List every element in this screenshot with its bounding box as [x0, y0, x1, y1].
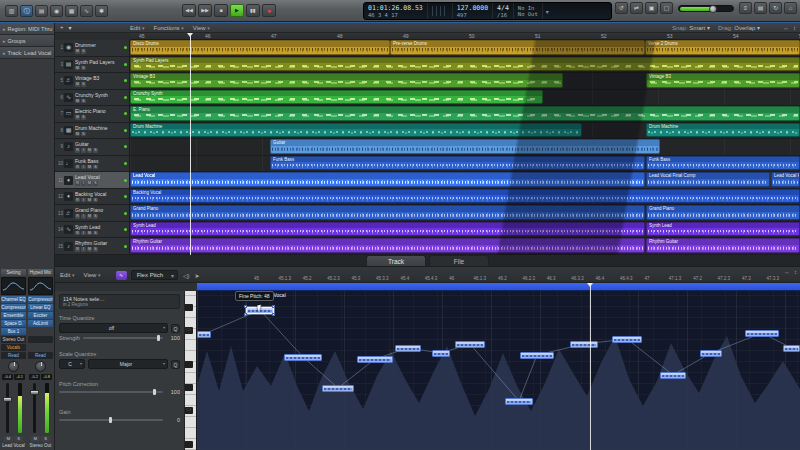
lane-funk-bass[interactable]: Funk BassFunk Bass — [130, 156, 800, 173]
region-pre-verse-drums[interactable]: Pre-verse Drums — [390, 40, 645, 55]
horizontal-zoom-slider[interactable]: ↔ — [783, 25, 789, 31]
lane-drummer[interactable]: Disco DrumsPre-verse DrumsVerse 2 Drums — [130, 40, 800, 57]
solo-button[interactable]: S — [41, 436, 50, 442]
region-vintage-b3[interactable]: Vintage B3 — [646, 73, 800, 88]
track-m-button[interactable]: M — [87, 148, 92, 153]
piano-keyboard[interactable]: C5C4 — [185, 291, 197, 450]
track-sort-button[interactable]: ▾ — [69, 24, 72, 31]
master-volume-slider[interactable] — [678, 5, 734, 12]
scale-apply-button[interactable]: Q — [171, 360, 180, 369]
track-m-button[interactable]: M — [75, 115, 80, 120]
region-verse-2-drums[interactable]: Verse 2 Drums — [645, 40, 800, 55]
rewind-button[interactable]: ◀◀ — [182, 4, 196, 17]
tools-icon[interactable]: ✱ — [95, 5, 108, 17]
track-m-button[interactable]: M — [75, 132, 80, 137]
track-s-button[interactable]: S — [81, 49, 86, 54]
plugin-slot-4[interactable]: Space D. — [1, 320, 26, 327]
selection-summary[interactable]: 114 Notes sele… in 2 Regions — [59, 294, 180, 309]
note-pads-icon[interactable]: ▤ — [754, 2, 767, 14]
library-icon[interactable]: ▥ — [5, 5, 18, 17]
play-button[interactable]: ▶ — [230, 4, 244, 17]
track-header-drummer[interactable]: 1◉DrummerMS — [55, 40, 129, 57]
flex-note[interactable] — [745, 330, 779, 337]
tab-track[interactable]: Track — [366, 255, 426, 266]
eq-thumbnail[interactable] — [28, 277, 53, 295]
plugin-slot-3[interactable]: Ensemble — [1, 312, 26, 319]
region-guitar[interactable]: Guitar — [270, 139, 660, 154]
lane-rhythm-guitar[interactable]: Rhythm GuitarRhythm Guitar — [130, 238, 800, 255]
pause-button[interactable]: ▮▮ — [246, 4, 260, 17]
lcd-mode-caret-icon[interactable]: ▾ — [543, 3, 552, 19]
forward-button[interactable]: ▶▶ — [198, 4, 212, 17]
track-r-button[interactable]: R — [75, 148, 80, 153]
track-m-button[interactable]: M — [87, 231, 92, 236]
editor-view-menu[interactable]: View ▾ — [84, 272, 101, 278]
group-slot[interactable]: Vocals — [1, 344, 26, 351]
region-synth-pad-layers[interactable]: Synth Pad Layers — [130, 57, 800, 72]
region-rhythm-guitar[interactable]: Rhythm Guitar — [130, 238, 645, 253]
region-e.-piano[interactable]: E. Piano — [130, 106, 800, 121]
eq-thumbnail[interactable] — [1, 277, 26, 295]
vertical-zoom-slider[interactable]: ↕ — [793, 25, 796, 31]
plugin-slot-4[interactable]: AdLimit — [28, 320, 53, 327]
bar-ruler[interactable]: 4546474849505152535455 — [130, 33, 800, 40]
pan-knob[interactable] — [35, 361, 46, 372]
track-r-button[interactable]: R — [75, 181, 80, 186]
region-crunchy-synth[interactable]: Crunchy Synth — [130, 90, 543, 105]
flex-icon[interactable]: ∿ — [80, 5, 93, 17]
black-key[interactable] — [185, 304, 193, 311]
pitch-correction-slider[interactable] — [59, 391, 163, 393]
low-latency-icon[interactable]: ▢ — [660, 2, 673, 14]
track-r-button[interactable]: R — [75, 231, 80, 236]
lane-synth-pad-layers[interactable]: Synth Pad Layers — [130, 57, 800, 74]
track-m-button[interactable]: M — [87, 247, 92, 252]
region-synth-lead[interactable]: Synth Lead — [646, 222, 800, 237]
region-vintage-b3[interactable]: Vintage B3 — [130, 73, 563, 88]
track-r-button[interactable]: R — [75, 247, 80, 252]
flex-note[interactable] — [700, 350, 722, 357]
editor-zoom-v-slider[interactable]: ↕ — [794, 269, 797, 275]
plugin-slot-2[interactable]: Linear EQ — [28, 304, 53, 311]
quantize-apply-button[interactable]: Q — [171, 324, 180, 333]
flex-note[interactable] — [660, 372, 686, 379]
quick-help-icon[interactable]: ▤ — [35, 5, 48, 17]
speaker-icon[interactable]: ◁) — [183, 272, 190, 279]
solo-button[interactable]: S — [14, 436, 23, 442]
track-i-button[interactable]: I — [81, 247, 86, 252]
track-s-button[interactable]: S — [93, 165, 98, 170]
track-header-synth-lead[interactable]: 14∿Synth LeadRIMS — [55, 222, 129, 239]
track-r-button[interactable]: R — [75, 165, 80, 170]
track-m-button[interactable]: M — [87, 214, 92, 219]
track-i-button[interactable]: I — [81, 231, 86, 236]
region-lead-vocal[interactable]: Lead Vocal — [130, 172, 645, 187]
editor-zoom-h-slider[interactable]: ↔ — [784, 269, 790, 275]
track-m-button[interactable]: M — [75, 99, 80, 104]
track-header-rhythm-guitar[interactable]: 15♪Rhythm GuitarRIMS — [55, 238, 129, 255]
region-disco-drums[interactable]: Disco Drums — [130, 40, 390, 55]
track-r-button[interactable]: R — [75, 214, 80, 219]
region-funk-bass[interactable]: Funk Bass — [270, 156, 645, 171]
flex-note[interactable] — [357, 356, 393, 363]
automation-mode-slot[interactable]: Read — [28, 352, 53, 359]
region-lead-vocal-final-comp[interactable]: Lead Vocal Final Comp — [771, 172, 800, 187]
mute-button[interactable]: M — [31, 436, 40, 442]
track-s-button[interactable]: S — [81, 99, 86, 104]
time-quantize-dropdown[interactable]: off▾ — [59, 323, 168, 333]
note-handle[interactable] — [244, 313, 247, 316]
plugin-slot-3[interactable]: Exciter — [28, 312, 53, 319]
track-m-button[interactable]: M — [75, 66, 80, 71]
flex-note[interactable] — [455, 341, 485, 348]
add-track-button[interactable]: + — [60, 24, 64, 31]
scale-root-dropdown[interactable]: C▾ — [59, 359, 85, 369]
flex-note[interactable] — [520, 352, 554, 359]
plugin-slot-2[interactable]: Compressor — [1, 304, 26, 311]
list-editors-icon[interactable]: ≡ — [739, 2, 752, 14]
region-rhythm-guitar[interactable]: Rhythm Guitar — [646, 238, 800, 253]
track-i-button[interactable]: I — [81, 181, 86, 186]
black-key[interactable] — [185, 361, 193, 368]
lane-drum-machine[interactable]: Drum MachineDrum Machine — [130, 123, 800, 140]
editor-playhead[interactable] — [590, 283, 591, 450]
pan-knob[interactable] — [8, 361, 19, 372]
track-i-button[interactable]: I — [81, 148, 86, 153]
track-m-button[interactable]: M — [75, 82, 80, 87]
